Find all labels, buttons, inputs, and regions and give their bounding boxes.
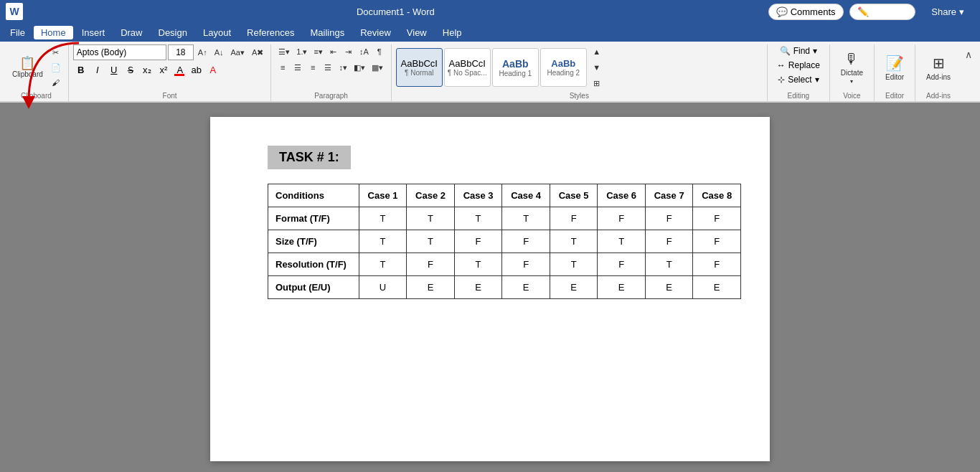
increase-indent-button[interactable]: ⇥ bbox=[341, 44, 356, 59]
font-group: A↑ A↓ Aa▾ A✖ B I U S̶ x₂ x² A ab A Font bbox=[69, 44, 272, 101]
find-button[interactable]: 🔍 Find ▾ bbox=[775, 44, 822, 57]
col-header-case6: Case 6 bbox=[598, 184, 646, 207]
editor-button[interactable]: 📝 Editor bbox=[879, 52, 910, 83]
menu-help[interactable]: Help bbox=[435, 26, 469, 39]
table-cell: F bbox=[502, 230, 550, 253]
menu-review[interactable]: Review bbox=[353, 26, 398, 39]
bullets-button[interactable]: ☰▾ bbox=[275, 44, 293, 59]
underline-button[interactable]: U bbox=[106, 62, 122, 77]
addins-icon: ⊞ bbox=[933, 55, 945, 72]
subscript-button[interactable]: x₂ bbox=[139, 62, 155, 77]
table-cell: T bbox=[359, 230, 407, 253]
annotation-arrow bbox=[14, 103, 100, 122]
voice-label: Voice bbox=[834, 90, 870, 101]
table-cell: F bbox=[645, 207, 693, 230]
style-heading1[interactable]: AaBb Heading 1 bbox=[492, 48, 539, 87]
table-cell: F bbox=[454, 230, 502, 253]
shading-button[interactable]: A bbox=[205, 62, 221, 77]
styles-up-button[interactable]: ▲ bbox=[590, 44, 604, 59]
font-name-input[interactable] bbox=[73, 44, 166, 60]
dictate-chevron: ▾ bbox=[850, 78, 853, 85]
menu-insert[interactable]: Insert bbox=[75, 26, 113, 39]
table-cell: E bbox=[693, 276, 741, 299]
strikethrough-button[interactable]: S̶ bbox=[123, 62, 138, 77]
decrease-font-button[interactable]: A↓ bbox=[212, 45, 227, 60]
col-header-conditions: Conditions bbox=[268, 184, 359, 207]
microphone-icon: 🎙 bbox=[844, 51, 859, 67]
table-cell: F bbox=[645, 230, 693, 253]
paragraph-group: ☰▾ 1.▾ ≡▾ ⇤ ⇥ ↕A ¶ ≡ ☰ ≡ ☰ ↕▾ ◧▾ ▦▾ bbox=[271, 44, 391, 101]
replace-button[interactable]: ↔ Replace bbox=[772, 59, 825, 72]
align-center-button[interactable]: ☰ bbox=[291, 60, 305, 75]
share-label: Share bbox=[931, 6, 956, 17]
menu-references[interactable]: References bbox=[240, 26, 301, 39]
bold-button[interactable]: B bbox=[73, 62, 89, 77]
voice-group: 🎙 Dictate ▾ Voice bbox=[830, 44, 875, 101]
table-cell: T bbox=[598, 230, 646, 253]
dictate-button[interactable]: 🎙 Dictate ▾ bbox=[834, 49, 870, 87]
show-marks-button[interactable]: ¶ bbox=[372, 44, 387, 59]
task-title: TASK # 1: bbox=[268, 146, 351, 169]
font-color-button[interactable]: A bbox=[172, 62, 188, 77]
editing-badge[interactable]: ✏️ Editing ▾ bbox=[849, 4, 916, 20]
col-header-case3: Case 3 bbox=[454, 184, 502, 207]
styles-more-button[interactable]: ⊞ bbox=[590, 76, 604, 90]
superscript-button[interactable]: x² bbox=[156, 62, 171, 77]
align-right-button[interactable]: ≡ bbox=[306, 60, 320, 75]
col-header-case1: Case 1 bbox=[359, 184, 407, 207]
menu-file[interactable]: File bbox=[3, 26, 32, 39]
select-button[interactable]: ⊹ Select ▾ bbox=[773, 73, 824, 86]
dictate-label: Dictate bbox=[841, 69, 863, 77]
borders-button[interactable]: ▦▾ bbox=[369, 60, 386, 75]
clear-formatting-button[interactable]: A✖ bbox=[249, 45, 266, 60]
addins-button[interactable]: ⊞ Add-ins bbox=[920, 52, 957, 83]
multilevel-list-button[interactable]: ≡▾ bbox=[311, 44, 326, 59]
menu-mailings[interactable]: Mailings bbox=[303, 26, 352, 39]
increase-font-button[interactable]: A↑ bbox=[195, 45, 210, 60]
table-cell: E bbox=[598, 276, 646, 299]
row-label: Output (E/U) bbox=[268, 276, 359, 299]
menu-view[interactable]: View bbox=[400, 26, 434, 39]
table-cell: F bbox=[550, 207, 598, 230]
cut-button[interactable]: ✂ bbox=[48, 45, 64, 60]
share-button[interactable]: Share ▾ bbox=[921, 4, 974, 20]
copy-button[interactable]: 📄 bbox=[48, 60, 64, 75]
paste-button[interactable]: 📋 Clipboard bbox=[9, 55, 47, 80]
list-btns: ☰▾ 1.▾ ≡▾ ⇤ ⇥ ↕A ¶ bbox=[275, 44, 386, 59]
editor-group-content: 📝 Editor bbox=[879, 44, 910, 90]
align-left-button[interactable]: ≡ bbox=[275, 60, 290, 75]
highlight-button[interactable]: ab bbox=[189, 62, 204, 77]
font-label: Font bbox=[73, 90, 267, 101]
col-header-case5: Case 5 bbox=[550, 184, 598, 207]
change-case-button[interactable]: Aa▾ bbox=[228, 45, 248, 60]
col-header-case4: Case 4 bbox=[502, 184, 550, 207]
style-no-spacing[interactable]: AaBbCcI ¶ No Spac... bbox=[444, 48, 491, 87]
menu-layout[interactable]: Layout bbox=[196, 26, 238, 39]
align-btns: ≡ ☰ ≡ ☰ ↕▾ ◧▾ ▦▾ bbox=[275, 60, 386, 75]
decrease-indent-button[interactable]: ⇤ bbox=[326, 44, 341, 59]
style-heading2[interactable]: AaBb Heading 2 bbox=[540, 48, 587, 87]
format-painter-button[interactable]: 🖌 bbox=[48, 75, 64, 90]
styles-group: AaBbCcI ¶ Normal AaBbCcI ¶ No Spac... Aa… bbox=[392, 44, 768, 101]
menu-home[interactable]: Home bbox=[34, 26, 73, 39]
addins-label: Add-ins bbox=[926, 73, 951, 81]
table-cell: U bbox=[359, 276, 407, 299]
styles-gallery: AaBbCcI ¶ Normal AaBbCcI ¶ No Spac... Aa… bbox=[396, 48, 587, 87]
numbering-button[interactable]: 1.▾ bbox=[293, 44, 310, 59]
table-cell: T bbox=[359, 253, 407, 276]
font-size-input[interactable] bbox=[168, 44, 194, 60]
menu-draw[interactable]: Draw bbox=[113, 26, 149, 39]
shading-para-button[interactable]: ◧▾ bbox=[351, 60, 368, 75]
line-spacing-button[interactable]: ↕▾ bbox=[336, 60, 350, 75]
table-row: Output (E/U)UEEEEEEE bbox=[268, 276, 741, 299]
table-cell: T bbox=[502, 207, 550, 230]
editing-group-label: Editing bbox=[772, 90, 825, 101]
comments-button[interactable]: 💬 Comments bbox=[768, 4, 844, 20]
italic-button[interactable]: I bbox=[90, 62, 105, 77]
menu-design[interactable]: Design bbox=[151, 26, 194, 39]
sort-button[interactable]: ↕A bbox=[357, 44, 372, 59]
justify-button[interactable]: ☰ bbox=[321, 60, 335, 75]
styles-down-button[interactable]: ▼ bbox=[590, 60, 604, 75]
style-normal[interactable]: AaBbCcI ¶ Normal bbox=[396, 48, 443, 87]
collapse-ribbon-button[interactable]: ∧ bbox=[961, 47, 976, 62]
